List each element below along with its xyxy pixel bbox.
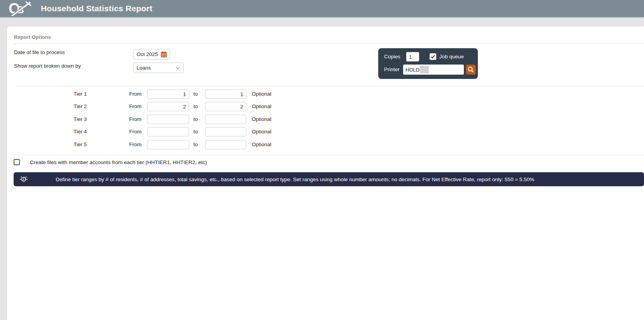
tier-1-from-input[interactable] [147,89,189,99]
info-bar-text: Define tier ranges by # of residents, # … [56,177,534,182]
to-label: to [193,89,198,99]
printer-label: Printer [384,65,400,74]
printer-input[interactable]: HOLD [403,65,464,75]
tier-4-from-input[interactable] [147,127,189,136]
tier-row: Tier 1 From to Optional [7,89,644,99]
breakdown-selected-value: Loans [137,65,175,71]
create-files-divider [14,155,644,155]
section-divider [14,44,644,44]
optional-label: Optional [252,115,271,124]
tier-1-label: Tier 1 [46,89,87,99]
optional-label: Optional [252,102,271,111]
tier-5-from-input[interactable] [147,140,189,149]
from-label: From [129,127,142,136]
report-options-panel: Report Options Date of file to process O… [7,26,644,320]
date-value: Oct 2025 [137,51,160,57]
breakdown-label: Show report broken down by [14,63,81,69]
tier-2-from-input[interactable] [147,102,189,111]
printer-value: HOLD [405,67,419,73]
tier-row: Tier 5 From to Optional [7,140,644,149]
optional-label: Optional [252,140,271,149]
from-label: From [129,89,142,99]
print-options-panel: Copies Job queue Printer HOLD [378,48,478,79]
to-label: to [193,127,198,136]
printer-selection-block [420,66,429,73]
tier-section-divider [14,86,644,86]
chevron-down-icon [175,66,180,70]
job-queue-label: Job queue [439,52,464,61]
section-title: Report Options [14,34,51,40]
tier-3-label: Tier 3 [46,115,87,124]
create-files-checkbox[interactable] [14,159,20,165]
household-statistics-report-screen: { "header": { "logo_text": "CBX", "title… [0,0,644,320]
page-title: Household Statistics Report [41,0,153,17]
check-icon [430,54,435,59]
copies-label: Copies [384,52,400,61]
to-label: to [193,102,198,111]
tier-row: Tier 2 From to Optional [7,102,644,111]
from-label: From [129,102,142,111]
tier-4-to-input[interactable] [205,127,246,136]
app-header: C B Household Statistics Report [0,0,644,17]
tier-row: Tier 4 From to Optional [7,127,644,136]
breakdown-select[interactable]: Loans [133,63,184,73]
to-label: to [193,140,198,149]
date-of-file-input[interactable]: Oct 2025 [133,49,170,59]
tier-1-to-input[interactable] [205,89,246,99]
copies-input[interactable] [406,52,419,61]
date-of-file-label: Date of file to process [14,49,65,55]
optional-label: Optional [252,89,271,99]
job-queue-checkbox[interactable] [430,53,436,60]
tier-4-label: Tier 4 [46,127,87,136]
lightbulb-icon [19,175,28,185]
tier-5-to-input[interactable] [205,140,246,149]
to-label: to [193,115,198,124]
printer-search-button[interactable] [466,65,476,75]
tier-2-to-input[interactable] [205,102,246,111]
info-bar: Define tier ranges by # of residents, # … [14,172,644,186]
tier-2-label: Tier 2 [46,102,87,111]
from-label: From [129,140,142,149]
calendar-icon[interactable] [160,51,167,58]
tier-3-to-input[interactable] [205,115,246,124]
search-icon [467,66,474,73]
tier-3-from-input[interactable] [147,115,189,124]
from-label: From [129,115,142,124]
optional-label: Optional [252,127,271,136]
tier-5-label: Tier 5 [46,140,87,149]
cubase-logo-icon: C B [9,1,33,17]
tier-row: Tier 3 From to Optional [7,115,644,124]
create-files-label: Create files with member accounts from e… [30,159,207,166]
